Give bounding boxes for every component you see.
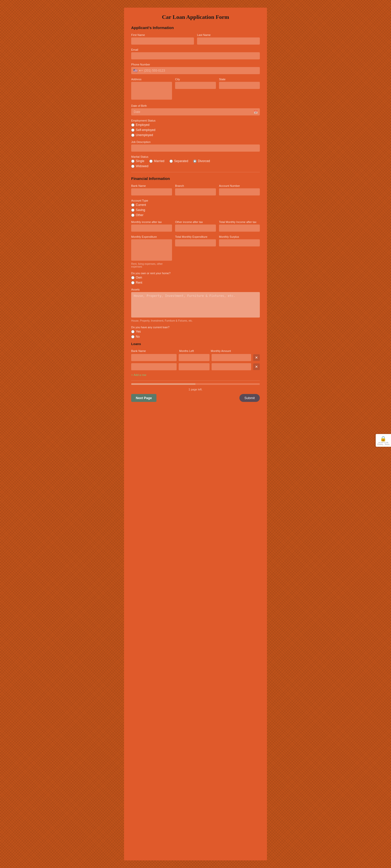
recaptcha-badge: 🔒 reCAPTCHAPrivacy - Terms	[376, 434, 391, 447]
loan-yes: Yes	[131, 330, 260, 333]
marital-single-radio[interactable]	[131, 159, 135, 163]
progress-label: 1 page left.	[131, 388, 260, 391]
address-group: Address	[131, 78, 172, 101]
total-income-label: Total Monthly Income after tax	[219, 220, 260, 223]
employment-unemployed: Unemployed	[131, 133, 260, 137]
home-rent-radio[interactable]	[131, 281, 135, 284]
marital-married-label: Married	[154, 159, 164, 163]
email-input[interactable]	[131, 52, 260, 59]
form-container: Car Loan Application Form Applicant's In…	[124, 8, 267, 860]
submit-button[interactable]: Submit	[240, 394, 260, 402]
marital-group: Marital Status Single Married Separated …	[131, 155, 260, 168]
employment-unemployed-radio[interactable]	[131, 133, 135, 137]
total-expenditure-group: Total Monthly Expenditure	[175, 235, 216, 268]
employment-employed-label: Employed	[136, 123, 149, 127]
monthly-surplus-label: Monthly Surplus	[219, 235, 260, 238]
city-label: City	[175, 78, 216, 81]
employment-radio-group: Employed Self-employed Unemployed	[131, 123, 260, 137]
account-number-group: Account Number	[219, 184, 260, 195]
dob-wrapper: 📅	[131, 108, 260, 116]
marital-single: Single	[131, 159, 144, 163]
marital-widowed-radio[interactable]	[131, 165, 135, 168]
other-income-input[interactable]	[175, 224, 216, 231]
applicant-section-title: Applicant's Information	[131, 26, 260, 30]
account-other-radio[interactable]	[131, 214, 135, 217]
employment-unemployed-label: Unemployed	[136, 133, 153, 137]
account-saving-label: Saving	[136, 208, 145, 212]
loan-row-2-amount[interactable]	[212, 363, 251, 370]
monthly-income-label: Monthly income after tax	[131, 220, 172, 223]
email-group: Email	[131, 48, 260, 59]
account-type-radio-group: Current Saving Other	[131, 203, 260, 217]
marital-row-1: Single Married Separated Divorced	[131, 159, 260, 163]
current-loan-label: Do you have any current loan?	[131, 326, 260, 329]
loans-section: Loans Bank Name Months Left Monthly Amou…	[131, 342, 260, 377]
loans-section-title: Loans	[131, 342, 260, 346]
last-name-group: Last Name	[197, 33, 260, 44]
monthly-surplus-input[interactable]	[219, 239, 260, 246]
assets-input[interactable]	[131, 292, 260, 317]
marital-row-2: Widowed	[131, 164, 260, 168]
home-own: Own	[131, 276, 260, 279]
monthly-income-input[interactable]	[131, 224, 172, 231]
branch-input[interactable]	[175, 188, 216, 195]
phone-input[interactable]	[144, 67, 258, 74]
loan-row-1-delete[interactable]: ✕	[253, 354, 260, 361]
recaptcha-icon: 🔒	[377, 436, 389, 442]
city-input[interactable]	[175, 82, 216, 89]
account-type-group: Account Type Current Saving Other	[131, 199, 260, 217]
loan-no-radio[interactable]	[131, 335, 135, 338]
account-number-input[interactable]	[219, 188, 260, 195]
state-group: State	[219, 78, 260, 101]
us-flag-icon: 🇺🇸	[133, 68, 138, 73]
marital-label: Marital Status	[131, 155, 260, 158]
account-type-label: Account Type	[131, 199, 260, 202]
add-row-link[interactable]: Add a row	[131, 373, 146, 376]
home-own-radio[interactable]	[131, 276, 135, 279]
phone-wrapper: 🇺🇸 ▾ •	[131, 67, 260, 74]
account-current-radio[interactable]	[131, 204, 135, 207]
employment-label: Employment Status	[131, 119, 260, 122]
next-page-button[interactable]: Next Page	[131, 394, 157, 402]
employment-employed-radio[interactable]	[131, 123, 135, 127]
assets-group: Assets House, Property, Investment, Furn…	[131, 288, 260, 322]
loan-row-1-bank[interactable]	[131, 354, 177, 361]
marital-separated-radio[interactable]	[169, 159, 173, 163]
marital-divorced-radio[interactable]	[193, 159, 197, 163]
account-saving: Saving	[131, 208, 260, 212]
employment-employed: Employed	[131, 123, 260, 127]
last-name-input[interactable]	[197, 37, 260, 44]
state-input[interactable]	[219, 82, 260, 89]
employment-selfemployed-label: Self-employed	[136, 128, 156, 132]
loan-row-1-months[interactable]	[179, 354, 210, 361]
home-rent-label: Rent	[136, 281, 142, 284]
other-income-group: Other income after tax	[175, 220, 216, 231]
marital-divorced: Divorced	[193, 159, 210, 163]
marital-married-radio[interactable]	[149, 159, 152, 163]
email-label: Email	[131, 48, 260, 51]
monthly-expenditure-group: Monthly Expenditure Rent, living expense…	[131, 235, 172, 268]
loan-row-2-delete[interactable]: ✕	[253, 364, 260, 370]
bank-name-input[interactable]	[131, 188, 172, 195]
marital-separated-label: Separated	[174, 159, 188, 163]
first-name-input[interactable]	[131, 37, 194, 44]
total-income-input[interactable]	[219, 224, 260, 231]
loan-yes-radio[interactable]	[131, 330, 135, 333]
dob-input[interactable]	[131, 108, 260, 116]
total-expenditure-input[interactable]	[175, 239, 216, 246]
job-desc-input[interactable]	[131, 145, 260, 152]
phone-group: Phone Number 🇺🇸 ▾ •	[131, 63, 260, 74]
dob-group: Date of Birth 📅	[131, 104, 260, 116]
address-label: Address	[131, 78, 172, 81]
employment-selfemployed-radio[interactable]	[131, 128, 135, 132]
monthly-expenditure-input[interactable]	[131, 239, 172, 261]
account-current-label: Current	[136, 203, 146, 207]
address-input[interactable]	[131, 82, 172, 100]
loan-row-2-bank[interactable]	[131, 363, 177, 370]
account-saving-radio[interactable]	[131, 209, 135, 212]
loan-row-2-months[interactable]	[179, 363, 210, 370]
account-other: Other	[131, 213, 260, 217]
loan-row-1-amount[interactable]	[212, 354, 251, 361]
marital-married: Married	[149, 159, 164, 163]
assets-hint: House, Property, Investment, Furniture &…	[131, 319, 260, 322]
